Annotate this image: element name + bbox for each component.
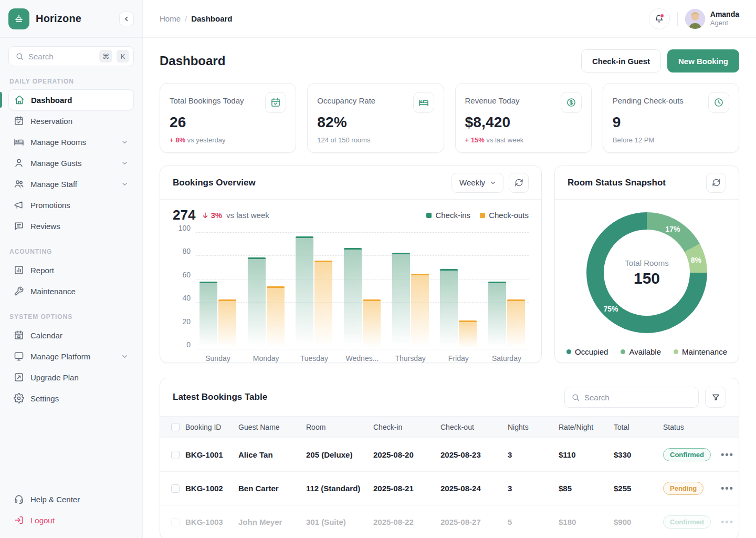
stat-card: Total Bookings Today 26 + 8% vs yesterda… — [160, 83, 296, 153]
sidebar-item-dashboard[interactable]: Dashboard — [8, 89, 134, 110]
sidebar-item-upgrade-plan[interactable]: Upgrade Plan — [8, 367, 134, 388]
sidebar-item-logout[interactable]: Logout — [8, 510, 134, 531]
sidebar-search[interactable]: ⌘ K — [8, 46, 134, 66]
refresh-icon — [712, 178, 721, 187]
status-badge: Confirmed — [663, 448, 711, 461]
check-outs-bar — [411, 274, 429, 349]
donut-legend-occupied: Occupied — [566, 347, 608, 356]
row-actions-button[interactable]: ••• — [721, 449, 734, 460]
status-badge: Pending — [663, 482, 704, 495]
bed-icon — [14, 137, 24, 147]
sidebar-item-label: Calendar — [30, 331, 129, 340]
bar-chart: 020406080100 SundayMondayTuesdayWednes..… — [196, 233, 529, 363]
check-ins-bar — [488, 282, 506, 349]
check-outs-bar — [507, 299, 525, 349]
sidebar-item-manage-rooms[interactable]: Manage Rooms — [8, 131, 134, 152]
stat-title: Revenue Today — [465, 96, 520, 105]
sidebar-item-label: Maintenance — [30, 287, 129, 296]
refresh-icon — [514, 178, 523, 187]
sidebar-item-label: Manage Gusts — [30, 159, 114, 168]
room-status-title: Room Status Snapshot — [568, 178, 666, 188]
sidebar-item-manage-staff[interactable]: Manage Staff — [8, 173, 134, 194]
y-axis-tick: 40 — [173, 294, 191, 302]
stat-card: Revenue Today $8,420 + 15% vs last week — [455, 83, 592, 153]
topbar-divider — [677, 12, 678, 26]
clock-icon — [708, 92, 729, 113]
table-row[interactable]: BKG-1003 John Meyer 301 (Suite) 2025-08-… — [160, 505, 739, 538]
row-actions-button[interactable]: ••• — [721, 483, 734, 494]
notification-badge — [660, 14, 664, 18]
report-icon — [14, 265, 24, 275]
sidebar-item-reservation[interactable]: Reservation — [8, 110, 134, 131]
sidebar-section-label: SYSTEM OPTIONS — [9, 313, 133, 320]
legend-item: Check-outs — [480, 211, 529, 220]
search-icon — [15, 52, 24, 61]
monitor-icon — [14, 351, 24, 361]
sidebar-item-calendar[interactable]: Calendar — [8, 325, 134, 346]
sidebar-item-report[interactable]: Report — [8, 260, 134, 281]
bar-group-thursday — [392, 253, 429, 349]
sidebar-item-label: Reservation — [30, 117, 129, 126]
table-search[interactable] — [564, 387, 699, 408]
column-header: Check-out — [440, 423, 508, 431]
sidebar-item-maintenance[interactable]: Maintenance — [8, 281, 134, 302]
new-booking-button[interactable]: New Booking — [667, 49, 739, 73]
stat-card: Pending Check-outs 9 Before 12 PM — [603, 83, 739, 153]
cell-rate: $85 — [559, 484, 614, 493]
logout-icon — [14, 515, 24, 525]
sidebar-item-manage-platform[interactable]: Manage Platform — [8, 346, 134, 367]
column-header: Guest Name — [238, 423, 306, 431]
sidebar-item-reviews[interactable]: Reviews — [8, 215, 134, 236]
refresh-chart-button[interactable] — [509, 173, 529, 193]
sidebar-item-promotions[interactable]: Promotions — [8, 194, 134, 215]
cell-nights: 3 — [508, 450, 559, 459]
row-checkbox[interactable] — [171, 451, 180, 459]
cell-booking-id: BKG-1003 — [185, 518, 238, 526]
x-axis-label: Sunday — [199, 354, 237, 363]
sidebar-item-label: Upgrade Plan — [30, 373, 129, 382]
row-checkbox[interactable] — [171, 484, 180, 493]
row-actions-button[interactable]: ••• — [721, 516, 734, 527]
filter-button[interactable] — [705, 387, 726, 408]
sidebar-item-manage-gusts[interactable]: Manage Gusts — [8, 152, 134, 173]
check-in-guest-button[interactable]: Check-in Guest — [581, 49, 661, 73]
sidebar-collapse-button[interactable] — [119, 12, 134, 26]
cell-checkout: 2025-08-24 — [440, 484, 508, 493]
breadcrumb-home[interactable]: Home — [160, 14, 181, 23]
notifications-button[interactable] — [649, 8, 670, 29]
legend-item: Check-ins — [426, 211, 470, 220]
message-icon — [14, 221, 24, 231]
cell-checkout: 2025-08-27 — [440, 518, 508, 526]
sidebar: Horizone ⌘ K DAILY OPERATION Dashboard R… — [0, 0, 143, 538]
column-header: Booking ID — [185, 423, 238, 431]
cell-rate: $180 — [559, 518, 614, 526]
users-icon — [14, 179, 24, 189]
bar-group-tuesday — [295, 236, 333, 349]
bar-group-wednesday — [343, 248, 381, 349]
bar-group-saturday — [488, 282, 526, 349]
x-axis-label: Monday — [247, 354, 285, 363]
check-outs-bar — [267, 286, 285, 349]
stat-note: + 8% vs yesterday — [170, 136, 286, 144]
select-all-checkbox[interactable] — [171, 423, 180, 431]
calendar-icon — [14, 330, 24, 340]
period-select[interactable]: Weekly — [452, 173, 503, 193]
sidebar-section-label: DAILY OPERATION — [9, 78, 133, 85]
x-axis-label: Saturday — [488, 354, 526, 363]
table-row[interactable]: BKG-1001 Alice Tan 205 (Deluxe) 2025-08-… — [160, 438, 739, 472]
stat-value: 9 — [613, 114, 729, 131]
breadcrumb-separator: / — [185, 14, 187, 23]
stat-note: + 15% vs last week — [465, 136, 582, 144]
cell-total: $330 — [614, 450, 663, 459]
sidebar-search-input[interactable] — [28, 52, 95, 61]
refresh-room-status-button[interactable] — [706, 173, 726, 193]
row-checkbox[interactable] — [171, 518, 180, 526]
table-row[interactable]: BKG-1002 Ben Carter 112 (Standard) 2025-… — [160, 472, 739, 505]
sidebar-item-label: Manage Staff — [30, 180, 114, 189]
sidebar-item-help-center[interactable]: Help & Center — [8, 489, 134, 510]
user-menu[interactable]: Amanda Agent — [685, 9, 739, 29]
donut-legend-maintenance: Maintenance — [674, 347, 727, 356]
table-search-input[interactable] — [584, 393, 692, 402]
x-axis-label: Thursday — [392, 354, 429, 363]
sidebar-item-settings[interactable]: Settings — [8, 388, 134, 409]
